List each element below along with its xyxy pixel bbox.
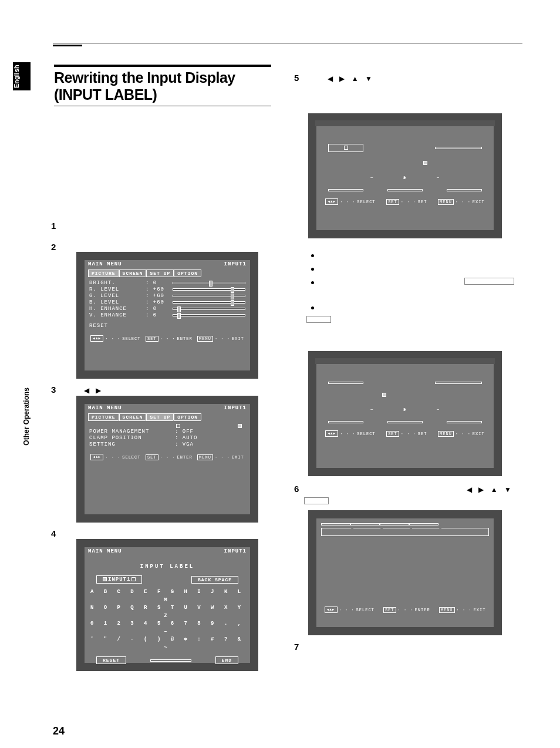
foot-select: SELECT: [357, 432, 375, 436]
language-tab: English: [13, 62, 31, 90]
label-entry-field[interactable]: INPUT1: [96, 575, 142, 584]
char-row: A B C D E F G H I J K L M: [89, 588, 245, 604]
marker-row: [321, 160, 489, 166]
picture-row: V. ENHANCE: 0: [89, 312, 245, 318]
picture-row: R. LEVEL: +60: [89, 287, 245, 292]
marker-row: [321, 392, 489, 398]
osd-title: MAIN MENU: [88, 548, 122, 554]
dpad-icon: ◀▲▶: [325, 198, 338, 205]
label-entry-field[interactable]: [328, 382, 363, 384]
foot-exit: EXIT: [474, 608, 486, 612]
backspace-button[interactable]: BACK SPACE: [191, 576, 238, 584]
row-label: BRIGHT.: [89, 280, 142, 286]
bullet-item: [311, 262, 514, 276]
title-line-2: (INPUT LABEL): [54, 86, 157, 103]
backspace-button[interactable]: [435, 382, 482, 384]
tab-picture[interactable]: PICTURE: [88, 413, 119, 421]
slider[interactable]: [173, 295, 245, 297]
slider[interactable]: [173, 301, 245, 304]
reset-label: RESET: [89, 323, 142, 329]
highlight-box-icon: [423, 161, 427, 165]
foot-exit: EXIT: [473, 200, 485, 204]
section-tab-other-operations: Other Operations: [22, 388, 31, 446]
step-5: 5: [294, 73, 299, 83]
osd-footer: ◀▲▶· · ·SELECT SET· · ·ENTER MENU· · ·EX…: [85, 452, 250, 463]
tab-setup[interactable]: SET UP: [146, 269, 174, 277]
row-val: : VGA: [175, 442, 194, 447]
top-rule: [53, 43, 522, 44]
input-label-row[interactable]: [89, 424, 245, 428]
end-button[interactable]: END: [215, 656, 238, 664]
label-entry-field[interactable]: [328, 144, 363, 152]
picture-row: G. LEVEL: +60: [89, 293, 245, 299]
backspace-button[interactable]: [435, 147, 482, 149]
row-val: : 0: [146, 280, 169, 286]
row-val: : OFF: [175, 429, 194, 434]
step-4: 4: [51, 528, 56, 538]
tab-setup[interactable]: SET UP: [146, 413, 174, 421]
arrows-lr-icon: ◀ ▶: [84, 386, 103, 395]
tab-option[interactable]: OPTION: [174, 413, 201, 421]
reset-button[interactable]: [328, 189, 363, 191]
slider[interactable]: [173, 314, 245, 316]
tab-picture[interactable]: PICTURE: [88, 269, 119, 277]
slider[interactable]: [173, 308, 245, 310]
bullet-list: [311, 249, 514, 328]
osd-step5: – ✱ – ◀▲▶· · ·SELECT SET· · ·SET MENU· ·…: [308, 113, 502, 238]
step-2: 2: [51, 242, 56, 252]
bullet-item: [311, 301, 514, 314]
slider[interactable]: [173, 288, 245, 291]
end-button[interactable]: [447, 421, 482, 423]
char-row: 0 1 2 3 4 5 6 7 8 9 . , –: [89, 620, 245, 636]
step-3: 3: [51, 385, 56, 395]
page-number: 24: [53, 725, 65, 737]
picture-row: BRIGHT.: 0: [89, 280, 245, 286]
picture-row: H. ENHANCE: 0: [89, 306, 245, 312]
reset-button[interactable]: [328, 421, 363, 423]
dpad-icon: ◀▲▶: [90, 454, 103, 460]
title-rule-bottom: [54, 106, 271, 106]
osd-input-indicator: INPUT1: [224, 405, 247, 411]
foot-set: SET: [418, 432, 427, 436]
reset-row[interactable]: RESET: [89, 323, 245, 329]
selected-char-box: [387, 189, 423, 191]
arrows-all-icon-1: ◀ ▶ ▲ ▼: [328, 75, 375, 83]
menu-key-icon: MENU: [438, 199, 454, 205]
dpad-icon: ◀▲▶: [325, 430, 338, 437]
character-grid[interactable]: A B C D E F G H I J K L M N O P Q R S T …: [89, 588, 245, 652]
row-label: V. ENHANCE: [89, 312, 142, 318]
step-1: 1: [51, 221, 56, 231]
arrows-all-icon-2: ◀ ▶ ▲ ▼: [467, 486, 514, 494]
row-label: G. LEVEL: [89, 293, 142, 299]
dpad-icon: ◀▲▶: [92, 671, 104, 678]
foot-set: SET: [180, 672, 190, 677]
tab-screen[interactable]: SCREEN: [119, 413, 147, 421]
char-row: N O P Q R S T U V W X Y Z: [89, 604, 245, 620]
row-label: POWER MANAGEMENT: [89, 429, 171, 434]
foot-enter: ENTER: [177, 455, 193, 460]
cursor-icon: [344, 146, 348, 150]
bullet-icon: [311, 254, 314, 257]
foot-set: SET: [418, 200, 427, 204]
cursor-icon: [103, 577, 107, 581]
bullet-item: [311, 276, 514, 289]
tab-option[interactable]: OPTION: [174, 269, 201, 277]
osd-footer: ◀▲▶· · ·SELECT SET· · ·SET MENU· · ·EXIT: [316, 196, 494, 207]
star-mark: ✱: [403, 174, 407, 181]
foot-exit: EXIT: [231, 672, 243, 677]
row-label: B. LEVEL: [89, 299, 142, 305]
osd-title: MAIN MENU: [88, 405, 122, 411]
tab-screen[interactable]: SCREEN: [119, 269, 147, 277]
osd-tabs: PICTURE SCREEN SET UP OPTION: [85, 269, 250, 277]
dash-mark: –: [436, 175, 440, 181]
slider[interactable]: [173, 282, 245, 284]
end-button[interactable]: [447, 189, 482, 191]
osd-tabs: PICTURE SCREEN SET UP OPTION: [85, 413, 250, 421]
step-6: 6: [294, 484, 299, 494]
foot-exit: EXIT: [473, 432, 485, 436]
bullet-icon: [311, 306, 314, 309]
reset-button[interactable]: RESET: [96, 656, 126, 664]
highlight-box-icon: [238, 424, 242, 428]
set-key-icon: SET: [386, 199, 399, 205]
menu-key-icon: MENU: [439, 607, 455, 613]
